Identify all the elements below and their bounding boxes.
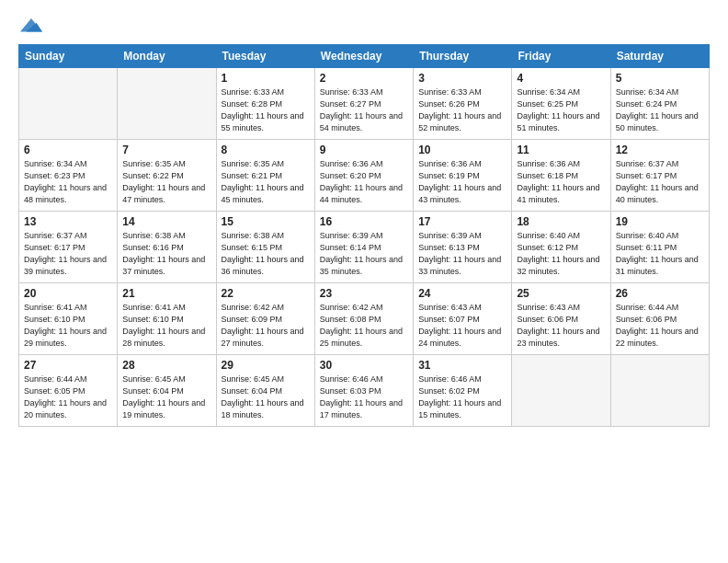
day-info: Sunrise: 6:34 AM Sunset: 6:24 PM Dayligh… (616, 86, 704, 134)
day-number: 5 (616, 72, 704, 85)
day-number: 30 (320, 359, 408, 372)
day-info: Sunrise: 6:44 AM Sunset: 6:06 PM Dayligh… (616, 302, 704, 350)
calendar-cell: 17Sunrise: 6:39 AM Sunset: 6:13 PM Dayli… (414, 212, 512, 283)
day-info: Sunrise: 6:46 AM Sunset: 6:02 PM Dayligh… (418, 373, 506, 421)
day-info: Sunrise: 6:38 AM Sunset: 6:15 PM Dayligh… (222, 230, 310, 278)
day-info: Sunrise: 6:39 AM Sunset: 6:13 PM Dayligh… (418, 230, 506, 278)
calendar-cell (610, 355, 709, 427)
day-info: Sunrise: 6:45 AM Sunset: 6:04 PM Dayligh… (222, 373, 310, 421)
calendar-week-row: 1Sunrise: 6:33 AM Sunset: 6:28 PM Daylig… (19, 68, 710, 140)
day-number: 27 (24, 359, 112, 372)
day-info: Sunrise: 6:34 AM Sunset: 6:25 PM Dayligh… (517, 86, 605, 134)
calendar-cell: 31Sunrise: 6:46 AM Sunset: 6:02 PM Dayli… (414, 355, 512, 427)
day-info: Sunrise: 6:36 AM Sunset: 6:19 PM Dayligh… (418, 158, 506, 206)
day-number: 31 (418, 359, 506, 372)
calendar-cell: 3Sunrise: 6:33 AM Sunset: 6:26 PM Daylig… (414, 68, 512, 140)
day-number: 3 (418, 72, 506, 85)
day-number: 2 (320, 72, 408, 85)
calendar-cell (19, 68, 118, 140)
day-number: 28 (122, 359, 210, 372)
day-info: Sunrise: 6:36 AM Sunset: 6:18 PM Dayligh… (517, 158, 605, 206)
day-number: 16 (320, 215, 408, 228)
calendar-cell: 4Sunrise: 6:34 AM Sunset: 6:25 PM Daylig… (512, 68, 610, 140)
logo (18, 17, 42, 35)
calendar-cell: 30Sunrise: 6:46 AM Sunset: 6:03 PM Dayli… (314, 355, 413, 427)
day-info: Sunrise: 6:40 AM Sunset: 6:12 PM Dayligh… (517, 230, 605, 278)
weekday-header: Tuesday (216, 45, 314, 68)
weekday-header-row: SundayMondayTuesdayWednesdayThursdayFrid… (19, 45, 710, 68)
calendar-cell: 26Sunrise: 6:44 AM Sunset: 6:06 PM Dayli… (610, 283, 709, 355)
weekday-header: Saturday (610, 45, 709, 68)
day-number: 8 (222, 144, 310, 156)
logo-icon (20, 17, 42, 35)
day-info: Sunrise: 6:42 AM Sunset: 6:09 PM Dayligh… (222, 302, 310, 350)
weekday-header: Friday (512, 45, 610, 68)
day-info: Sunrise: 6:45 AM Sunset: 6:04 PM Dayligh… (122, 373, 210, 421)
calendar-cell: 13Sunrise: 6:37 AM Sunset: 6:17 PM Dayli… (19, 212, 118, 283)
day-info: Sunrise: 6:43 AM Sunset: 6:07 PM Dayligh… (418, 302, 506, 350)
weekday-header: Monday (118, 45, 216, 68)
day-info: Sunrise: 6:36 AM Sunset: 6:20 PM Dayligh… (320, 158, 408, 206)
day-info: Sunrise: 6:33 AM Sunset: 6:26 PM Dayligh… (418, 86, 506, 134)
calendar-cell: 20Sunrise: 6:41 AM Sunset: 6:10 PM Dayli… (19, 283, 118, 355)
calendar-body: 1Sunrise: 6:33 AM Sunset: 6:28 PM Daylig… (19, 68, 710, 427)
weekday-header: Sunday (19, 45, 118, 68)
day-number: 22 (222, 287, 310, 300)
calendar-cell: 10Sunrise: 6:36 AM Sunset: 6:19 PM Dayli… (414, 140, 512, 212)
day-number: 24 (418, 287, 506, 300)
calendar-cell (118, 68, 216, 140)
day-info: Sunrise: 6:33 AM Sunset: 6:27 PM Dayligh… (320, 86, 408, 134)
calendar-cell: 27Sunrise: 6:44 AM Sunset: 6:05 PM Dayli… (19, 355, 118, 427)
calendar-week-row: 27Sunrise: 6:44 AM Sunset: 6:05 PM Dayli… (19, 355, 710, 427)
calendar-cell: 6Sunrise: 6:34 AM Sunset: 6:23 PM Daylig… (19, 140, 118, 212)
day-number: 11 (517, 144, 605, 156)
day-number: 7 (122, 144, 210, 156)
day-number: 6 (24, 144, 112, 156)
day-info: Sunrise: 6:43 AM Sunset: 6:06 PM Dayligh… (517, 302, 605, 350)
calendar-cell: 25Sunrise: 6:43 AM Sunset: 6:06 PM Dayli… (512, 283, 610, 355)
calendar-cell: 8Sunrise: 6:35 AM Sunset: 6:21 PM Daylig… (216, 140, 314, 212)
calendar-cell: 12Sunrise: 6:37 AM Sunset: 6:17 PM Dayli… (610, 140, 709, 212)
calendar-week-row: 13Sunrise: 6:37 AM Sunset: 6:17 PM Dayli… (19, 212, 710, 283)
day-number: 29 (222, 359, 310, 372)
day-number: 23 (320, 287, 408, 300)
day-number: 13 (24, 215, 112, 228)
calendar-cell: 29Sunrise: 6:45 AM Sunset: 6:04 PM Dayli… (216, 355, 314, 427)
day-info: Sunrise: 6:37 AM Sunset: 6:17 PM Dayligh… (24, 230, 112, 278)
calendar-cell: 15Sunrise: 6:38 AM Sunset: 6:15 PM Dayli… (216, 212, 314, 283)
calendar-table: SundayMondayTuesdayWednesdayThursdayFrid… (18, 44, 710, 427)
day-info: Sunrise: 6:37 AM Sunset: 6:17 PM Dayligh… (616, 158, 704, 206)
calendar-cell: 1Sunrise: 6:33 AM Sunset: 6:28 PM Daylig… (216, 68, 314, 140)
day-number: 19 (616, 215, 704, 228)
calendar-week-row: 20Sunrise: 6:41 AM Sunset: 6:10 PM Dayli… (19, 283, 710, 355)
day-number: 9 (320, 144, 408, 156)
day-number: 1 (222, 72, 310, 85)
weekday-header: Wednesday (314, 45, 413, 68)
day-info: Sunrise: 6:38 AM Sunset: 6:16 PM Dayligh… (122, 230, 210, 278)
day-info: Sunrise: 6:41 AM Sunset: 6:10 PM Dayligh… (122, 302, 210, 350)
day-number: 25 (517, 287, 605, 300)
calendar-cell: 24Sunrise: 6:43 AM Sunset: 6:07 PM Dayli… (414, 283, 512, 355)
calendar-cell: 28Sunrise: 6:45 AM Sunset: 6:04 PM Dayli… (118, 355, 216, 427)
calendar-week-row: 6Sunrise: 6:34 AM Sunset: 6:23 PM Daylig… (19, 140, 710, 212)
calendar-cell: 21Sunrise: 6:41 AM Sunset: 6:10 PM Dayli… (118, 283, 216, 355)
day-info: Sunrise: 6:40 AM Sunset: 6:11 PM Dayligh… (616, 230, 704, 278)
day-number: 20 (24, 287, 112, 300)
calendar-cell: 14Sunrise: 6:38 AM Sunset: 6:16 PM Dayli… (118, 212, 216, 283)
header (18, 17, 710, 35)
calendar-cell (512, 355, 610, 427)
calendar-cell: 23Sunrise: 6:42 AM Sunset: 6:08 PM Dayli… (314, 283, 413, 355)
day-info: Sunrise: 6:33 AM Sunset: 6:28 PM Dayligh… (222, 86, 310, 134)
calendar-cell: 16Sunrise: 6:39 AM Sunset: 6:14 PM Dayli… (314, 212, 413, 283)
calendar-page: SundayMondayTuesdayWednesdayThursdayFrid… (0, 0, 728, 563)
calendar-cell: 22Sunrise: 6:42 AM Sunset: 6:09 PM Dayli… (216, 283, 314, 355)
day-number: 26 (616, 287, 704, 300)
day-info: Sunrise: 6:35 AM Sunset: 6:22 PM Dayligh… (122, 158, 210, 206)
day-info: Sunrise: 6:41 AM Sunset: 6:10 PM Dayligh… (24, 302, 112, 350)
day-info: Sunrise: 6:35 AM Sunset: 6:21 PM Dayligh… (222, 158, 310, 206)
weekday-header: Thursday (414, 45, 512, 68)
calendar-cell: 5Sunrise: 6:34 AM Sunset: 6:24 PM Daylig… (610, 68, 709, 140)
day-info: Sunrise: 6:44 AM Sunset: 6:05 PM Dayligh… (24, 373, 112, 421)
calendar-cell: 9Sunrise: 6:36 AM Sunset: 6:20 PM Daylig… (314, 140, 413, 212)
calendar-cell: 19Sunrise: 6:40 AM Sunset: 6:11 PM Dayli… (610, 212, 709, 283)
